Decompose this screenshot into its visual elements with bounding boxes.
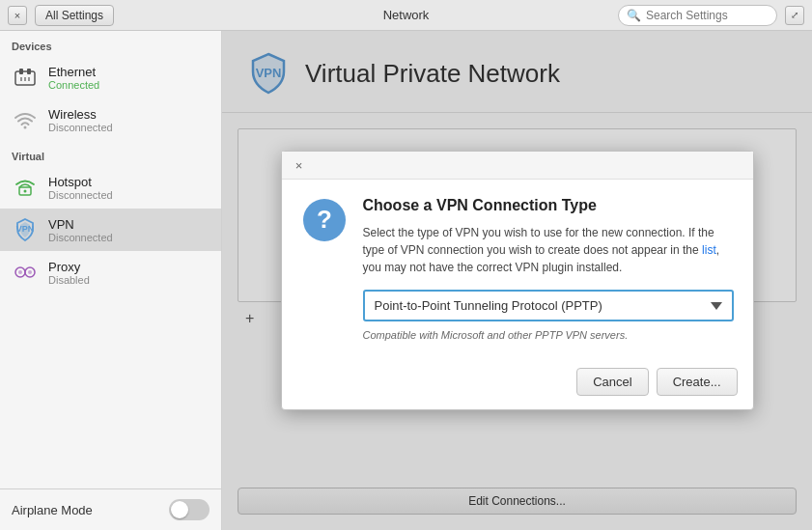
dialog-footer: Cancel Create... (282, 358, 753, 409)
title-bar: × All Settings Network 🔍 ⤢ (0, 0, 812, 31)
proxy-text: Proxy Disabled (48, 260, 90, 286)
ethernet-text: Ethernet Connected (48, 65, 99, 91)
sidebar: Devices Ethernet Connected (0, 31, 222, 530)
vpn-type-select[interactable]: Point-to-Point Tunneling Protocol (PPTP)… (363, 290, 734, 321)
dialog-title-bar: × (282, 152, 753, 180)
ethernet-name: Ethernet (48, 65, 99, 79)
svg-rect-1 (19, 69, 23, 74)
sidebar-item-wireless[interactable]: Wireless Disconnected (0, 98, 221, 141)
wireless-text: Wireless Disconnected (48, 107, 113, 133)
vpn-type-dialog: × ? Choose a VPN Connection Type Select … (281, 151, 754, 410)
vpn-icon: VPN (12, 216, 39, 243)
proxy-name: Proxy (48, 260, 90, 274)
svg-rect-2 (27, 69, 31, 74)
virtual-section-label: Virtual (0, 141, 221, 166)
svg-point-13 (28, 270, 32, 274)
devices-section-label: Devices (0, 31, 221, 56)
hotspot-name: Hotspot (48, 175, 113, 189)
expand-button[interactable]: ⤢ (785, 6, 804, 25)
svg-text:VPN: VPN (16, 224, 35, 234)
dialog-heading: Choose a VPN Connection Type (363, 197, 734, 214)
dialog-overlay: × ? Choose a VPN Connection Type Select … (222, 31, 812, 530)
wireless-status: Disconnected (48, 122, 113, 133)
window-title: Network (383, 8, 430, 22)
search-input[interactable] (646, 9, 771, 22)
svg-point-6 (24, 126, 27, 129)
proxy-status: Disabled (48, 274, 90, 286)
sidebar-item-proxy[interactable]: Proxy Disabled (0, 251, 221, 293)
title-bar-left: × All Settings (8, 5, 114, 26)
vpn-name: VPN (48, 217, 113, 232)
airplane-mode-label: Airplane Mode (12, 503, 93, 517)
svg-point-8 (24, 190, 27, 193)
vpn-text: VPN Disconnected (48, 217, 113, 243)
search-box: 🔍 (618, 5, 777, 26)
wireless-icon (12, 106, 39, 133)
create-button[interactable]: Create... (657, 368, 738, 396)
dialog-body: ? Choose a VPN Connection Type Select th… (282, 180, 753, 358)
main-layout: Devices Ethernet Connected (0, 31, 812, 530)
vpn-status: Disconnected (48, 232, 113, 243)
dialog-content: Choose a VPN Connection Type Select the … (363, 197, 734, 341)
dialog-question-icon: ? (301, 197, 348, 243)
svg-point-12 (18, 270, 22, 274)
airplane-mode-section: Airplane Mode (0, 488, 221, 530)
ethernet-icon (12, 64, 39, 91)
dialog-close-button[interactable]: × (292, 157, 307, 173)
wireless-name: Wireless (48, 107, 113, 122)
hotspot-icon (12, 174, 39, 201)
sidebar-item-hotspot[interactable]: Hotspot Disconnected (0, 166, 221, 209)
title-bar-right: 🔍 ⤢ (618, 5, 804, 26)
proxy-icon (12, 259, 39, 286)
close-button[interactable]: × (8, 6, 27, 25)
hotspot-status: Disconnected (48, 189, 113, 201)
all-settings-button[interactable]: All Settings (35, 5, 114, 26)
dialog-list-highlight: list (702, 243, 716, 257)
dialog-compat-text: Compatible with Microsoft and other PPTP… (363, 329, 734, 341)
dialog-description: Select the type of VPN you wish to use f… (363, 224, 734, 276)
sidebar-item-ethernet[interactable]: Ethernet Connected (0, 56, 221, 98)
content-area: VPN Virtual Private Network + Edit Conne… (222, 31, 812, 530)
svg-text:?: ? (317, 205, 332, 234)
ethernet-status: Connected (48, 79, 99, 91)
search-icon: 🔍 (627, 9, 641, 22)
sidebar-item-vpn[interactable]: VPN VPN Disconnected (0, 209, 221, 251)
airplane-mode-toggle[interactable] (169, 499, 210, 520)
cancel-button[interactable]: Cancel (576, 368, 648, 396)
hotspot-text: Hotspot Disconnected (48, 175, 113, 201)
